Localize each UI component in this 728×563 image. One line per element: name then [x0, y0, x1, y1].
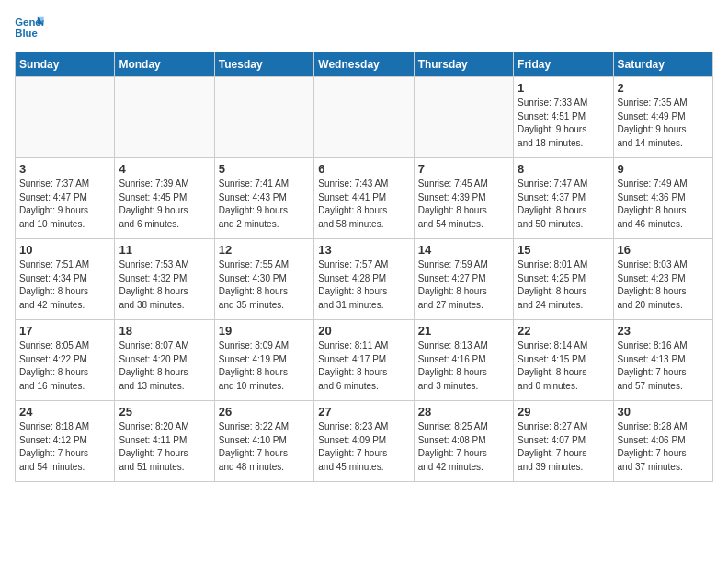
day-number: 28: [418, 405, 509, 419]
day-info: Sunrise: 8:07 AM Sunset: 4:20 PM Dayligh…: [119, 339, 210, 393]
calendar-week-row: 3Sunrise: 7:37 AM Sunset: 4:47 PM Daylig…: [16, 158, 713, 239]
day-info: Sunrise: 8:01 AM Sunset: 4:25 PM Dayligh…: [518, 259, 609, 312]
calendar-cell: [115, 77, 214, 158]
day-number: 18: [119, 324, 210, 338]
weekday-header: Sunday: [16, 52, 115, 77]
calendar-cell: 9Sunrise: 7:49 AM Sunset: 4:36 PM Daylig…: [613, 158, 712, 239]
calendar-cell: 7Sunrise: 7:45 AM Sunset: 4:39 PM Daylig…: [414, 158, 513, 239]
calendar-header-row: SundayMondayTuesdayWednesdayThursdayFrid…: [16, 52, 713, 77]
calendar-cell: 20Sunrise: 8:11 AM Sunset: 4:17 PM Dayli…: [314, 320, 414, 401]
calendar-cell: 4Sunrise: 7:39 AM Sunset: 4:45 PM Daylig…: [115, 158, 214, 239]
day-number: 29: [518, 405, 609, 419]
calendar-week-row: 17Sunrise: 8:05 AM Sunset: 4:22 PM Dayli…: [16, 320, 713, 401]
calendar-cell: 16Sunrise: 8:03 AM Sunset: 4:23 PM Dayli…: [613, 239, 712, 320]
calendar-cell: 11Sunrise: 7:53 AM Sunset: 4:32 PM Dayli…: [115, 239, 214, 320]
day-number: 15: [518, 243, 609, 257]
day-info: Sunrise: 7:35 AM Sunset: 4:49 PM Dayligh…: [618, 97, 709, 150]
calendar-cell: [16, 77, 115, 158]
weekday-header: Tuesday: [214, 52, 313, 77]
day-number: 22: [518, 324, 609, 338]
day-info: Sunrise: 7:39 AM Sunset: 4:45 PM Dayligh…: [119, 178, 210, 231]
calendar-cell: 8Sunrise: 7:47 AM Sunset: 4:37 PM Daylig…: [514, 158, 613, 239]
day-number: 17: [19, 324, 110, 338]
day-number: 30: [618, 405, 709, 419]
day-info: Sunrise: 7:55 AM Sunset: 4:30 PM Dayligh…: [219, 259, 310, 312]
weekday-header: Saturday: [613, 52, 712, 77]
weekday-header: Monday: [115, 52, 214, 77]
calendar-cell: 13Sunrise: 7:57 AM Sunset: 4:28 PM Dayli…: [314, 239, 414, 320]
day-number: 10: [19, 243, 110, 257]
day-number: 14: [418, 243, 509, 257]
calendar-cell: 28Sunrise: 8:25 AM Sunset: 4:08 PM Dayli…: [414, 401, 513, 482]
day-number: 5: [219, 162, 310, 176]
day-info: Sunrise: 8:09 AM Sunset: 4:19 PM Dayligh…: [219, 339, 310, 393]
day-info: Sunrise: 7:37 AM Sunset: 4:47 PM Dayligh…: [19, 178, 110, 231]
day-info: Sunrise: 7:53 AM Sunset: 4:32 PM Dayligh…: [119, 259, 210, 312]
calendar-cell: 3Sunrise: 7:37 AM Sunset: 4:47 PM Daylig…: [16, 158, 115, 239]
logo: General Blue: [15, 15, 48, 40]
calendar-cell: 29Sunrise: 8:27 AM Sunset: 4:07 PM Dayli…: [514, 401, 613, 482]
calendar-cell: 21Sunrise: 8:13 AM Sunset: 4:16 PM Dayli…: [414, 320, 513, 401]
day-info: Sunrise: 7:41 AM Sunset: 4:43 PM Dayligh…: [219, 178, 310, 231]
day-info: Sunrise: 7:57 AM Sunset: 4:28 PM Dayligh…: [318, 259, 409, 312]
day-info: Sunrise: 8:18 AM Sunset: 4:12 PM Dayligh…: [19, 420, 110, 474]
day-info: Sunrise: 7:43 AM Sunset: 4:41 PM Dayligh…: [318, 178, 409, 231]
weekday-header: Friday: [514, 52, 613, 77]
day-number: 4: [119, 162, 210, 176]
svg-text:Blue: Blue: [15, 28, 38, 39]
day-number: 19: [219, 324, 310, 338]
calendar-cell: 26Sunrise: 8:22 AM Sunset: 4:10 PM Dayli…: [214, 401, 313, 482]
calendar-week-row: 10Sunrise: 7:51 AM Sunset: 4:34 PM Dayli…: [16, 239, 713, 320]
day-number: 9: [618, 162, 709, 176]
day-number: 7: [418, 162, 509, 176]
day-info: Sunrise: 7:33 AM Sunset: 4:51 PM Dayligh…: [518, 97, 609, 150]
day-number: 1: [518, 81, 609, 95]
weekday-header: Thursday: [414, 52, 513, 77]
calendar-cell: [214, 77, 313, 158]
day-number: 20: [318, 324, 409, 338]
day-info: Sunrise: 8:23 AM Sunset: 4:09 PM Dayligh…: [318, 420, 409, 474]
calendar-cell: 19Sunrise: 8:09 AM Sunset: 4:19 PM Dayli…: [214, 320, 313, 401]
day-number: 13: [318, 243, 409, 257]
day-info: Sunrise: 8:27 AM Sunset: 4:07 PM Dayligh…: [518, 420, 609, 474]
day-info: Sunrise: 8:16 AM Sunset: 4:13 PM Dayligh…: [618, 339, 709, 393]
day-number: 25: [119, 405, 210, 419]
day-info: Sunrise: 8:28 AM Sunset: 4:06 PM Dayligh…: [618, 420, 709, 474]
day-info: Sunrise: 7:49 AM Sunset: 4:36 PM Dayligh…: [618, 178, 709, 231]
calendar-cell: 12Sunrise: 7:55 AM Sunset: 4:30 PM Dayli…: [214, 239, 313, 320]
calendar-cell: 14Sunrise: 7:59 AM Sunset: 4:27 PM Dayli…: [414, 239, 513, 320]
calendar-cell: 18Sunrise: 8:07 AM Sunset: 4:20 PM Dayli…: [115, 320, 214, 401]
day-number: 8: [518, 162, 609, 176]
calendar-cell: 5Sunrise: 7:41 AM Sunset: 4:43 PM Daylig…: [214, 158, 313, 239]
day-number: 23: [618, 324, 709, 338]
calendar: SundayMondayTuesdayWednesdayThursdayFrid…: [15, 52, 713, 482]
calendar-cell: 10Sunrise: 7:51 AM Sunset: 4:34 PM Dayli…: [16, 239, 115, 320]
day-info: Sunrise: 8:20 AM Sunset: 4:11 PM Dayligh…: [119, 420, 210, 474]
calendar-cell: [414, 77, 513, 158]
calendar-cell: 25Sunrise: 8:20 AM Sunset: 4:11 PM Dayli…: [115, 401, 214, 482]
day-number: 21: [418, 324, 509, 338]
calendar-cell: 1Sunrise: 7:33 AM Sunset: 4:51 PM Daylig…: [514, 77, 613, 158]
day-info: Sunrise: 8:11 AM Sunset: 4:17 PM Dayligh…: [318, 339, 409, 393]
calendar-week-row: 1Sunrise: 7:33 AM Sunset: 4:51 PM Daylig…: [16, 77, 713, 158]
calendar-cell: 6Sunrise: 7:43 AM Sunset: 4:41 PM Daylig…: [314, 158, 414, 239]
calendar-cell: 30Sunrise: 8:28 AM Sunset: 4:06 PM Dayli…: [613, 401, 712, 482]
day-info: Sunrise: 8:05 AM Sunset: 4:22 PM Dayligh…: [19, 339, 110, 393]
day-info: Sunrise: 8:03 AM Sunset: 4:23 PM Dayligh…: [618, 259, 709, 312]
day-number: 26: [219, 405, 310, 419]
day-info: Sunrise: 7:45 AM Sunset: 4:39 PM Dayligh…: [418, 178, 509, 231]
day-number: 24: [19, 405, 110, 419]
day-number: 16: [618, 243, 709, 257]
day-info: Sunrise: 7:51 AM Sunset: 4:34 PM Dayligh…: [19, 259, 110, 312]
day-info: Sunrise: 7:47 AM Sunset: 4:37 PM Dayligh…: [518, 178, 609, 231]
day-number: 27: [318, 405, 409, 419]
calendar-week-row: 24Sunrise: 8:18 AM Sunset: 4:12 PM Dayli…: [16, 401, 713, 482]
calendar-cell: 15Sunrise: 8:01 AM Sunset: 4:25 PM Dayli…: [514, 239, 613, 320]
page-header: General Blue: [15, 15, 713, 40]
calendar-cell: [314, 77, 414, 158]
day-info: Sunrise: 8:25 AM Sunset: 4:08 PM Dayligh…: [418, 420, 509, 474]
day-info: Sunrise: 8:13 AM Sunset: 4:16 PM Dayligh…: [418, 339, 509, 393]
weekday-header: Wednesday: [314, 52, 414, 77]
day-number: 6: [318, 162, 409, 176]
day-info: Sunrise: 7:59 AM Sunset: 4:27 PM Dayligh…: [418, 259, 509, 312]
